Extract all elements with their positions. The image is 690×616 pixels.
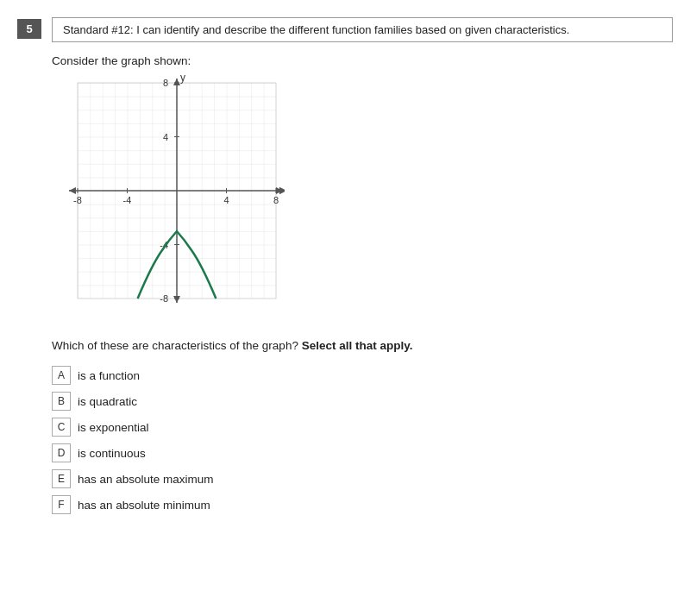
option-letter-box[interactable]: A (52, 366, 71, 385)
svg-marker-4 (173, 79, 180, 85)
svg-text:8: 8 (273, 195, 279, 205)
svg-text:8: 8 (163, 78, 168, 88)
question-text-main: Which of these are characteristics of th… (52, 339, 298, 352)
svg-text:-4: -4 (123, 195, 132, 205)
svg-text:4: 4 (163, 132, 168, 142)
option-item[interactable]: Bis quadratic (52, 392, 673, 411)
question-number: 5 (17, 19, 41, 39)
graph-area: -8 -4 4 8 x 8 4 -4 (52, 74, 673, 327)
option-letter-box[interactable]: F (52, 495, 71, 514)
option-item[interactable]: Ais a function (52, 366, 673, 385)
option-label: has an absolute maximum (78, 473, 214, 486)
option-label: is continuous (78, 447, 146, 460)
svg-marker-7 (173, 296, 180, 303)
option-item[interactable]: Cis exponential (52, 418, 673, 437)
option-label: is exponential (78, 421, 149, 434)
options-list: Ais a functionBis quadraticCis exponenti… (52, 366, 673, 514)
question-body: Standard #12: I can identify and describ… (52, 17, 673, 514)
question-text: Which of these are characteristics of th… (52, 339, 673, 352)
option-item[interactable]: Dis continuous (52, 443, 673, 462)
svg-marker-5 (276, 187, 283, 194)
option-label: is a function (78, 369, 140, 382)
option-item[interactable]: Ehas an absolute maximum (52, 469, 673, 488)
option-letter-box[interactable]: C (52, 418, 71, 437)
svg-text:-8: -8 (73, 195, 82, 205)
svg-text:-8: -8 (160, 293, 168, 304)
question-text-bold: Select all that apply. (302, 339, 413, 352)
coordinate-graph: -8 -4 4 8 x 8 4 -4 (52, 74, 285, 324)
option-item[interactable]: Fhas an absolute minimum (52, 495, 673, 514)
svg-text:y: y (180, 74, 185, 84)
question-container: 5 Standard #12: I can identify and descr… (17, 17, 673, 514)
svg-text:4: 4 (223, 195, 229, 205)
svg-marker-6 (69, 187, 76, 194)
option-letter-box[interactable]: B (52, 392, 71, 411)
option-label: has an absolute minimum (78, 499, 210, 512)
option-label: is quadratic (78, 395, 137, 408)
standard-text: Standard #12: I can identify and describ… (52, 17, 673, 42)
option-letter-box[interactable]: D (52, 443, 71, 462)
consider-text: Consider the graph shown: (52, 54, 673, 67)
option-letter-box[interactable]: E (52, 469, 71, 488)
